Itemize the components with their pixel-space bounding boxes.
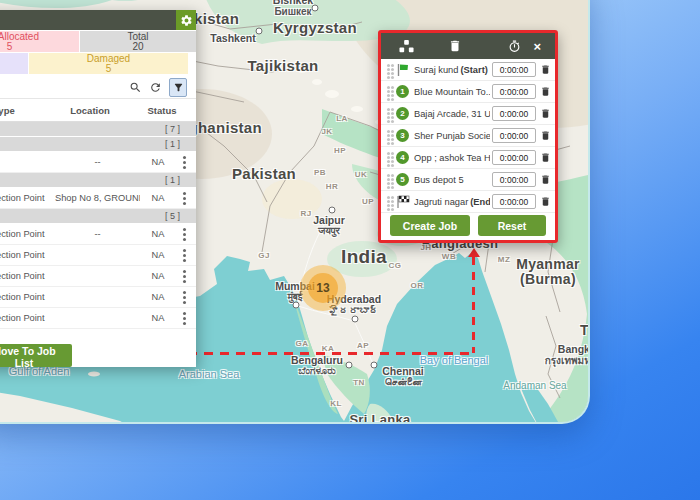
map-label-country: Kyrgyzstan — [273, 19, 357, 36]
row-menu-button[interactable] — [176, 254, 192, 257]
city-marker-icon[interactable] — [371, 362, 378, 369]
table-row[interactable]: Collection Point NA — [0, 287, 196, 308]
table-row[interactable]: Collection Point Shop No 8, GROUND FLOO.… — [0, 188, 196, 209]
route-panel-header: × — [381, 33, 555, 59]
column-header-location[interactable]: Location — [70, 105, 110, 116]
row-menu-button[interactable] — [176, 161, 192, 164]
row-menu-button[interactable] — [176, 197, 192, 200]
stop-time-input[interactable] — [492, 172, 536, 187]
row-menu-button[interactable] — [176, 233, 192, 236]
stop-time-input[interactable] — [492, 62, 536, 77]
map-cluster-marker[interactable]: 13 — [300, 265, 346, 311]
route-stop-row[interactable]: 4 Opp ; ashok Tea Ho.. — [381, 147, 555, 169]
city-marker-icon[interactable] — [256, 28, 263, 35]
route-stop-row[interactable]: Suraj kund(Start) — [381, 59, 555, 81]
close-icon[interactable]: × — [527, 39, 547, 54]
map-label-country: Myanmar — [516, 256, 580, 272]
route-stop-row[interactable]: 3 Sher Punjab Socie... — [381, 125, 555, 147]
reset-button[interactable]: Reset — [478, 215, 546, 236]
drag-handle-icon[interactable] — [387, 178, 390, 181]
drag-handle-icon[interactable] — [387, 156, 390, 159]
stop-time-input[interactable] — [492, 84, 536, 99]
stat-value: 5 — [7, 42, 13, 52]
map-label-state: OR — [411, 281, 424, 290]
row-menu-button[interactable] — [176, 296, 192, 299]
column-header-status[interactable]: Status — [147, 105, 176, 116]
drag-handle-icon[interactable] — [387, 68, 390, 71]
delete-stop-button[interactable] — [540, 196, 551, 207]
delete-stop-button[interactable] — [540, 130, 551, 141]
jobs-group-icon — [399, 39, 414, 54]
route-stop-row[interactable]: 5 Bus depot 5 — [381, 169, 555, 191]
stat-value: 5 — [106, 64, 112, 74]
stop-time-input[interactable] — [492, 106, 536, 121]
kebab-icon — [183, 233, 186, 236]
table-group-row[interactable]: [ 1 ] — [0, 173, 196, 187]
stop-label: Bajaj Arcade, 31 U... — [414, 109, 490, 119]
refresh-button[interactable] — [149, 81, 162, 94]
end-flag-icon — [396, 195, 410, 209]
column-header-type[interactable]: Type — [0, 105, 15, 116]
create-job-button[interactable]: Create Job — [390, 215, 470, 236]
table-row[interactable]: Collection Point NA — [0, 245, 196, 266]
cell-status: NA — [140, 157, 176, 167]
map-label-city-native: जयपुर — [318, 225, 340, 237]
map-label-state: HP — [334, 146, 346, 155]
table-group-row[interactable]: [ 7 ] — [0, 122, 196, 136]
drag-handle-icon[interactable] — [387, 200, 390, 203]
cell-type: Collection Point — [0, 229, 55, 239]
map-label-state: AP — [357, 341, 369, 350]
kebab-icon — [183, 275, 186, 278]
kebab-icon — [183, 296, 186, 299]
row-menu-button[interactable] — [176, 275, 192, 278]
gear-icon — [180, 14, 193, 27]
group-count: [ 1 ] — [165, 175, 180, 185]
map-label-state: JK — [321, 127, 332, 136]
stop-time-input[interactable] — [492, 150, 536, 165]
row-menu-button[interactable] — [176, 317, 192, 320]
map-label-sea: Bay of Bengal — [420, 354, 489, 366]
city-marker-icon[interactable] — [312, 5, 319, 12]
table-row[interactable]: Collection Point -- NA — [0, 224, 196, 245]
settings-button[interactable] — [176, 10, 196, 30]
timer-button[interactable] — [508, 40, 521, 53]
stats-summary: Not Allocated 5 Total 20 Damaged 5 — [0, 31, 196, 75]
table-group-row[interactable]: [ 5 ] — [0, 209, 196, 223]
city-marker-icon[interactable] — [329, 207, 336, 214]
route-stop-row[interactable]: Jagruti nagar(End) — [381, 191, 555, 213]
map-label-state: MZ — [498, 255, 511, 264]
search-button[interactable] — [129, 81, 142, 94]
table-row[interactable]: Collection Point NA — [0, 266, 196, 287]
stat-damaged[interactable]: Damaged 5 — [29, 53, 188, 74]
drag-handle-icon[interactable] — [387, 134, 390, 137]
jobs-group-icon[interactable] — [399, 39, 414, 54]
table-row[interactable]: -- NA — [0, 152, 196, 173]
stop-time-input[interactable] — [492, 194, 536, 209]
route-stop-row[interactable]: 2 Bajaj Arcade, 31 U... — [381, 103, 555, 125]
delete-stop-button[interactable] — [540, 108, 551, 119]
start-flag-icon — [396, 63, 410, 77]
city-marker-icon[interactable] — [346, 362, 353, 369]
stop-time-input[interactable] — [492, 128, 536, 143]
city-marker-icon[interactable] — [293, 302, 300, 309]
table-group-row[interactable]: [ 1 ] — [0, 137, 196, 151]
stat-not-allocated[interactable]: Not Allocated 5 — [0, 31, 79, 52]
map-label-country: India — [341, 246, 387, 268]
delete-stop-button[interactable] — [540, 86, 551, 97]
delete-stop-button[interactable] — [540, 174, 551, 185]
group-count: [ 7 ] — [165, 124, 180, 134]
delete-stop-button[interactable] — [540, 152, 551, 163]
table-row[interactable]: Collection Point NA — [0, 308, 196, 329]
filter-button[interactable] — [169, 78, 187, 97]
cell-status: NA — [140, 292, 176, 302]
delete-stop-button[interactable] — [540, 64, 551, 75]
stat-extra[interactable] — [0, 53, 28, 74]
move-to-job-list-button[interactable]: Move To Job List — [0, 344, 72, 367]
city-marker-icon[interactable] — [352, 316, 359, 323]
drag-handle-icon[interactable] — [387, 90, 390, 93]
clear-all-button[interactable] — [448, 39, 462, 53]
drag-handle-icon[interactable] — [387, 112, 390, 115]
route-stop-row[interactable]: 1 Blue Mountain To... — [381, 81, 555, 103]
stat-total[interactable]: Total 20 — [80, 31, 196, 52]
trash-icon — [540, 86, 551, 97]
